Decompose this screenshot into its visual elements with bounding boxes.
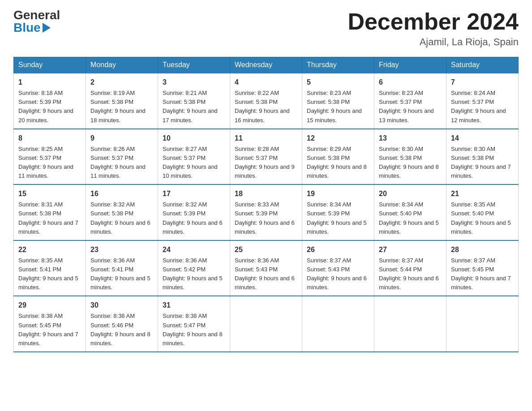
day-info: Sunrise: 8:33 AMSunset: 5:39 PMDaylight:… xyxy=(235,201,295,235)
day-info: Sunrise: 8:34 AMSunset: 5:39 PMDaylight:… xyxy=(307,201,367,235)
day-info: Sunrise: 8:30 AMSunset: 5:38 PMDaylight:… xyxy=(379,146,439,179)
day-number: 1 xyxy=(18,77,81,88)
day-number: 9 xyxy=(90,133,153,144)
day-number: 7 xyxy=(451,77,514,88)
table-row: 21Sunrise: 8:35 AMSunset: 5:40 PMDayligh… xyxy=(446,184,519,240)
table-row: 17Sunrise: 8:32 AMSunset: 5:39 PMDayligh… xyxy=(158,184,230,240)
day-number: 22 xyxy=(18,244,81,255)
day-info: Sunrise: 8:35 AMSunset: 5:40 PMDaylight:… xyxy=(451,201,511,235)
month-title: December 2024 xyxy=(348,9,519,34)
table-row xyxy=(446,296,519,352)
header-saturday: Saturday xyxy=(446,57,519,73)
header-friday: Friday xyxy=(374,57,446,73)
table-row: 20Sunrise: 8:34 AMSunset: 5:40 PMDayligh… xyxy=(374,184,446,240)
header-thursday: Thursday xyxy=(302,57,374,73)
table-row: 2Sunrise: 8:19 AMSunset: 5:38 PMDaylight… xyxy=(86,73,158,129)
day-number: 23 xyxy=(90,244,153,255)
day-number: 11 xyxy=(235,133,297,144)
day-info: Sunrise: 8:27 AMSunset: 5:37 PMDaylight:… xyxy=(163,146,218,179)
day-number: 24 xyxy=(163,244,225,255)
logo-triangle-icon xyxy=(43,23,51,33)
day-info: Sunrise: 8:26 AMSunset: 5:37 PMDaylight:… xyxy=(90,146,146,179)
day-number: 26 xyxy=(307,244,369,255)
day-number: 31 xyxy=(163,300,225,311)
header-wednesday: Wednesday xyxy=(230,57,302,73)
day-number: 18 xyxy=(235,188,297,199)
day-number: 6 xyxy=(379,77,442,88)
day-info: Sunrise: 8:35 AMSunset: 5:41 PMDaylight:… xyxy=(18,257,78,291)
day-number: 27 xyxy=(379,244,442,255)
title-block: December 2024 Ajamil, La Rioja, Spain xyxy=(348,9,519,48)
table-row: 8Sunrise: 8:25 AMSunset: 5:37 PMDaylight… xyxy=(14,129,86,185)
table-row: 14Sunrise: 8:30 AMSunset: 5:38 PMDayligh… xyxy=(446,129,519,185)
calendar-week-row: 1Sunrise: 8:18 AMSunset: 5:39 PMDaylight… xyxy=(14,73,519,129)
day-info: Sunrise: 8:37 AMSunset: 5:45 PMDaylight:… xyxy=(451,257,511,291)
table-row: 19Sunrise: 8:34 AMSunset: 5:39 PMDayligh… xyxy=(302,184,374,240)
day-info: Sunrise: 8:32 AMSunset: 5:39 PMDaylight:… xyxy=(163,201,223,235)
location-title: Ajamil, La Rioja, Spain xyxy=(348,36,519,48)
day-number: 19 xyxy=(307,188,369,199)
table-row: 30Sunrise: 8:38 AMSunset: 5:46 PMDayligh… xyxy=(86,296,158,352)
day-number: 20 xyxy=(379,188,442,199)
day-info: Sunrise: 8:34 AMSunset: 5:40 PMDaylight:… xyxy=(379,201,439,235)
header-tuesday: Tuesday xyxy=(158,57,230,73)
header-sunday: Sunday xyxy=(14,57,86,73)
table-row: 16Sunrise: 8:32 AMSunset: 5:38 PMDayligh… xyxy=(86,184,158,240)
day-info: Sunrise: 8:28 AMSunset: 5:37 PMDaylight:… xyxy=(235,146,295,179)
day-info: Sunrise: 8:37 AMSunset: 5:44 PMDaylight:… xyxy=(379,257,439,291)
table-row xyxy=(302,296,374,352)
table-row: 12Sunrise: 8:29 AMSunset: 5:38 PMDayligh… xyxy=(302,129,374,185)
day-number: 14 xyxy=(451,133,514,144)
table-row: 9Sunrise: 8:26 AMSunset: 5:37 PMDaylight… xyxy=(86,129,158,185)
day-info: Sunrise: 8:38 AMSunset: 5:45 PMDaylight:… xyxy=(18,313,78,346)
day-number: 12 xyxy=(307,133,369,144)
day-info: Sunrise: 8:36 AMSunset: 5:43 PMDaylight:… xyxy=(235,257,295,291)
table-row: 26Sunrise: 8:37 AMSunset: 5:43 PMDayligh… xyxy=(302,240,374,296)
header-monday: Monday xyxy=(86,57,158,73)
day-info: Sunrise: 8:36 AMSunset: 5:41 PMDaylight:… xyxy=(90,257,150,291)
day-number: 15 xyxy=(18,188,81,199)
table-row: 13Sunrise: 8:30 AMSunset: 5:38 PMDayligh… xyxy=(374,129,446,185)
day-number: 30 xyxy=(90,300,153,311)
day-number: 25 xyxy=(235,244,297,255)
day-info: Sunrise: 8:31 AMSunset: 5:38 PMDaylight:… xyxy=(18,201,78,235)
logo-blue-text: Blue xyxy=(13,21,51,34)
day-info: Sunrise: 8:30 AMSunset: 5:38 PMDaylight:… xyxy=(451,146,511,179)
table-row xyxy=(374,296,446,352)
calendar-table: Sunday Monday Tuesday Wednesday Thursday… xyxy=(13,57,519,352)
calendar-week-row: 29Sunrise: 8:38 AMSunset: 5:45 PMDayligh… xyxy=(14,296,519,352)
day-info: Sunrise: 8:36 AMSunset: 5:42 PMDaylight:… xyxy=(163,257,223,291)
weekday-header-row: Sunday Monday Tuesday Wednesday Thursday… xyxy=(14,57,519,73)
day-info: Sunrise: 8:37 AMSunset: 5:43 PMDaylight:… xyxy=(307,257,367,291)
table-row: 25Sunrise: 8:36 AMSunset: 5:43 PMDayligh… xyxy=(230,240,302,296)
table-row: 1Sunrise: 8:18 AMSunset: 5:39 PMDaylight… xyxy=(14,73,86,129)
day-number: 2 xyxy=(90,77,153,88)
table-row: 6Sunrise: 8:23 AMSunset: 5:37 PMDaylight… xyxy=(374,73,446,129)
table-row xyxy=(230,296,302,352)
table-row: 27Sunrise: 8:37 AMSunset: 5:44 PMDayligh… xyxy=(374,240,446,296)
day-number: 10 xyxy=(163,133,225,144)
day-number: 8 xyxy=(18,133,81,144)
table-row: 22Sunrise: 8:35 AMSunset: 5:41 PMDayligh… xyxy=(14,240,86,296)
page-header: General Blue December 2024 Ajamil, La Ri… xyxy=(13,9,519,48)
table-row: 4Sunrise: 8:22 AMSunset: 5:38 PMDaylight… xyxy=(230,73,302,129)
table-row: 28Sunrise: 8:37 AMSunset: 5:45 PMDayligh… xyxy=(446,240,519,296)
day-info: Sunrise: 8:23 AMSunset: 5:38 PMDaylight:… xyxy=(307,90,362,123)
day-info: Sunrise: 8:32 AMSunset: 5:38 PMDaylight:… xyxy=(90,201,150,235)
table-row: 23Sunrise: 8:36 AMSunset: 5:41 PMDayligh… xyxy=(86,240,158,296)
day-info: Sunrise: 8:38 AMSunset: 5:47 PMDaylight:… xyxy=(163,313,223,346)
table-row: 24Sunrise: 8:36 AMSunset: 5:42 PMDayligh… xyxy=(158,240,230,296)
day-info: Sunrise: 8:22 AMSunset: 5:38 PMDaylight:… xyxy=(235,90,290,123)
table-row: 10Sunrise: 8:27 AMSunset: 5:37 PMDayligh… xyxy=(158,129,230,185)
day-info: Sunrise: 8:24 AMSunset: 5:37 PMDaylight:… xyxy=(451,90,506,123)
table-row: 31Sunrise: 8:38 AMSunset: 5:47 PMDayligh… xyxy=(158,296,230,352)
table-row: 7Sunrise: 8:24 AMSunset: 5:37 PMDaylight… xyxy=(446,73,519,129)
calendar-week-row: 8Sunrise: 8:25 AMSunset: 5:37 PMDaylight… xyxy=(14,129,519,185)
logo-general-text: General xyxy=(13,9,60,21)
table-row: 3Sunrise: 8:21 AMSunset: 5:38 PMDaylight… xyxy=(158,73,230,129)
day-number: 3 xyxy=(163,77,225,88)
day-info: Sunrise: 8:23 AMSunset: 5:37 PMDaylight:… xyxy=(379,90,434,123)
logo: General Blue xyxy=(13,9,60,34)
day-info: Sunrise: 8:21 AMSunset: 5:38 PMDaylight:… xyxy=(163,90,218,123)
day-info: Sunrise: 8:38 AMSunset: 5:46 PMDaylight:… xyxy=(90,313,150,346)
